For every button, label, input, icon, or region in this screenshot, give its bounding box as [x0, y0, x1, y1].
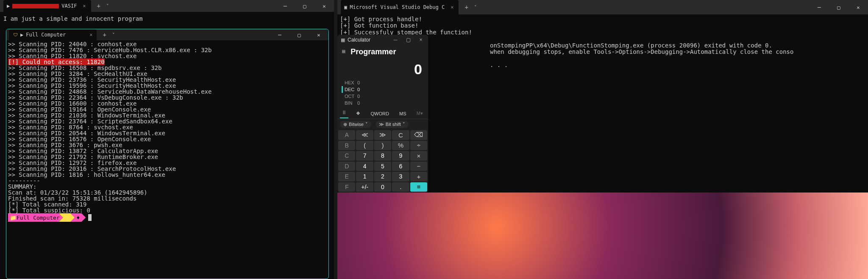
- word-size-button[interactable]: QWORD: [368, 109, 391, 118]
- tab[interactable]: 🛡 ▶ Full Computer ×: [9, 29, 97, 40]
- key-c[interactable]: C: [392, 130, 409, 140]
- desktop-wallpaper: [337, 193, 868, 279]
- chip-row: ⊕Bitwise˅ ≫Bit shift˅: [337, 119, 428, 129]
- base-row-bin[interactable]: BIN0: [342, 100, 424, 106]
- output-line: >> Scanning PID: 16508 : mspdbsrv.exe : …: [8, 65, 327, 71]
- keypad: A≪≫C⌫B()%÷C789×D456−E123+F+/-0.=: [337, 129, 428, 193]
- output-line: SUMMARY:: [8, 184, 327, 190]
- output-line: >> Scanning PID: 12972 : firefox.exe: [8, 160, 327, 166]
- key-[interactable]: ÷: [410, 141, 427, 151]
- close-button[interactable]: ×: [415, 35, 427, 45]
- close-icon[interactable]: ×: [451, 4, 453, 10]
- window-controls: ─ ▢ ×: [275, 0, 334, 12]
- key-[interactable]: ): [374, 141, 391, 151]
- key-7[interactable]: 7: [356, 151, 373, 161]
- window-controls: ─ ▢ ×: [389, 35, 427, 45]
- base-row-oct[interactable]: OCT0: [342, 93, 424, 100]
- base-row-dec[interactable]: DEC0: [342, 86, 424, 93]
- bit-toggle-icon[interactable]: ❖: [353, 109, 363, 118]
- cursor: [88, 214, 92, 221]
- key-[interactable]: ≫: [374, 130, 391, 140]
- new-tab-button[interactable]: +: [97, 3, 100, 9]
- tab-dropdown-button[interactable]: ˅: [112, 32, 115, 38]
- output-line: >> Scanning PID: 8764 : svchost.exe: [8, 124, 327, 130]
- minimize-button[interactable]: ─: [389, 35, 402, 45]
- bitwise-dropdown[interactable]: ⊕Bitwise˅: [340, 121, 371, 128]
- close-icon[interactable]: ×: [89, 32, 92, 38]
- key-e[interactable]: E: [338, 172, 355, 181]
- tab-title: Full Computer: [26, 32, 66, 38]
- window-controls: ─ ▢ ×: [810, 0, 868, 14]
- key-4[interactable]: 4: [356, 162, 373, 171]
- minimize-button[interactable]: ─: [810, 0, 829, 14]
- maximize-button[interactable]: ▢: [289, 29, 309, 40]
- key-c[interactable]: C: [338, 151, 355, 161]
- maximize-button[interactable]: ▢: [295, 0, 314, 12]
- terminal-output: >> Scanning PID: 24040 : conhost.exe>> S…: [6, 40, 328, 223]
- key-6[interactable]: 6: [392, 162, 409, 171]
- key-[interactable]: +: [410, 172, 427, 181]
- minimize-button[interactable]: ─: [275, 0, 295, 12]
- key-d[interactable]: D: [338, 162, 355, 171]
- base-label: HEX: [345, 80, 357, 85]
- key-2[interactable]: 2: [374, 172, 391, 181]
- base-value: 0: [357, 94, 360, 99]
- new-tab-button[interactable]: +: [103, 31, 106, 38]
- tab-dropdown-button[interactable]: ˅: [474, 5, 477, 10]
- close-button[interactable]: ×: [849, 0, 868, 14]
- window-title: Calculator: [348, 37, 370, 43]
- prompt-segment-dir: 📁Full Computer: [8, 213, 63, 222]
- output-line: >> Scanning PID: 7476 : ServiceHub.Host.…: [8, 47, 327, 53]
- output-line: >> Scanning PID: 23764 : ScriptedSandbox…: [8, 118, 327, 124]
- key-[interactable]: =: [410, 182, 427, 192]
- shield-icon: 🛡: [13, 32, 18, 38]
- maximize-button[interactable]: ▢: [402, 35, 415, 45]
- key-[interactable]: .: [392, 182, 409, 192]
- bitshift-icon: ≫: [379, 122, 384, 127]
- output-line: >> Scanning PID: 19164 : OpenConsole.exe: [8, 106, 327, 112]
- key-9[interactable]: 9: [392, 151, 409, 161]
- menu-icon[interactable]: ≡: [342, 48, 345, 56]
- close-button[interactable]: ×: [314, 0, 334, 12]
- key-[interactable]: (: [356, 141, 373, 151]
- tab[interactable]: ▶ VASIF ×: [3, 0, 91, 12]
- key-3[interactable]: 3: [392, 172, 409, 181]
- minimize-button[interactable]: ─: [270, 29, 289, 40]
- key-a[interactable]: A: [338, 130, 355, 140]
- keypad-toggle-icon[interactable]: ⠿: [340, 109, 348, 118]
- new-tab-button[interactable]: +: [465, 4, 468, 11]
- titlebar[interactable]: ▦ Calculator ─ ▢ ×: [337, 35, 428, 45]
- output-line: >> Scanning PID: 20316 : SearchProtocolH…: [8, 166, 327, 172]
- tab-dropdown-button[interactable]: ˅: [106, 3, 109, 9]
- output-line: >> Scanning PID: 24040 : conhost.exe: [8, 41, 327, 47]
- key-[interactable]: ≪: [356, 130, 373, 140]
- base-value: 0: [357, 100, 360, 106]
- key-f[interactable]: F: [338, 182, 355, 192]
- bitshift-dropdown[interactable]: ≫Bit shift˅: [376, 121, 409, 128]
- key-[interactable]: ×: [410, 151, 427, 161]
- titlebar: 🛡 ▶ Full Computer × + ˅ ─ ▢ ×: [6, 29, 328, 40]
- close-icon[interactable]: ×: [83, 3, 86, 9]
- base-row-hex[interactable]: HEX0: [342, 79, 424, 86]
- key-[interactable]: +/-: [356, 182, 373, 192]
- prompt[interactable]: 📁Full Computer ♦: [8, 213, 327, 222]
- display: 0: [337, 59, 428, 79]
- base-list: HEX0DEC0OCT0BIN0: [337, 79, 428, 108]
- key-0[interactable]: 0: [374, 182, 391, 192]
- key-[interactable]: −: [410, 162, 427, 171]
- memory-store-button[interactable]: MS: [397, 109, 409, 118]
- close-button[interactable]: ×: [309, 29, 328, 40]
- output-line: Scan at: 01/23/22 15:51:36 (1642945896): [8, 190, 327, 195]
- maximize-button[interactable]: ▢: [829, 0, 849, 14]
- chevron-down-icon: ˅: [403, 122, 405, 127]
- key-8[interactable]: 8: [374, 151, 391, 161]
- key-[interactable]: ⌫: [410, 130, 427, 140]
- tab[interactable]: ▣ Microsoft Visual Studio Debug C ×: [341, 0, 459, 14]
- base-value: 0: [357, 80, 360, 85]
- key-[interactable]: %: [392, 141, 409, 151]
- memory-dropdown-button[interactable]: M▾: [414, 109, 426, 118]
- key-5[interactable]: 5: [374, 162, 391, 171]
- key-b[interactable]: B: [338, 141, 355, 151]
- key-1[interactable]: 1: [356, 172, 373, 181]
- output-line: >> Scanning PID: 23736 : SecurityHealthH…: [8, 77, 327, 83]
